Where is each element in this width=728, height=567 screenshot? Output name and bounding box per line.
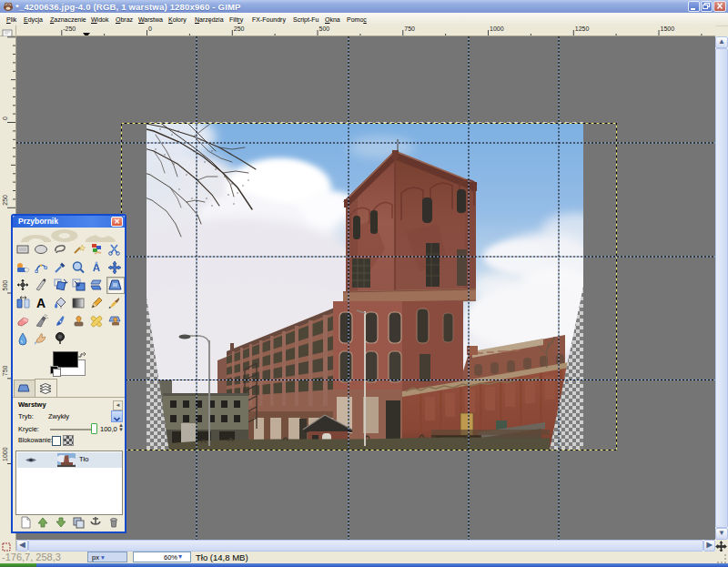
svg-text:500: 500 [2,280,8,291]
svg-text:A: A [36,296,46,310]
svg-text:1000: 1000 [2,447,8,461]
svg-text:750: 750 [2,365,8,376]
svg-text:0: 0 [2,116,8,120]
svg-text:250: 250 [2,195,8,206]
